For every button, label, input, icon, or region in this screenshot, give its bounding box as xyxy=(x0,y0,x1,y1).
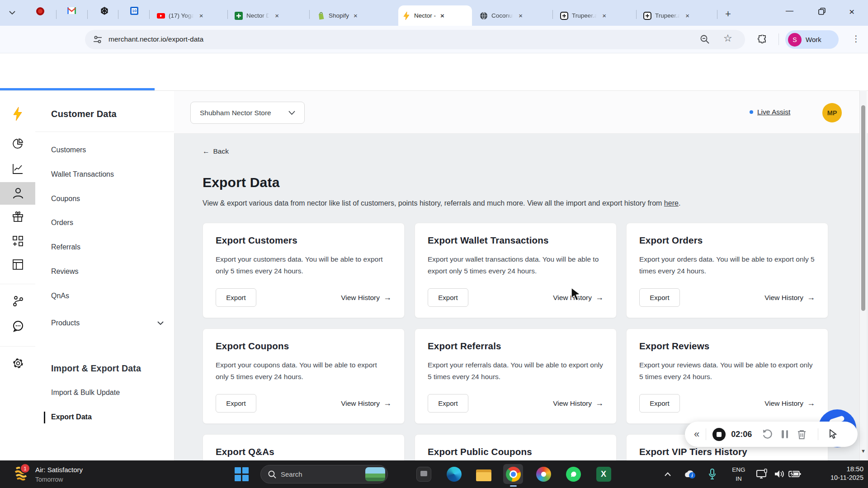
view-history-link[interactable]: View History → xyxy=(341,293,392,302)
export-button[interactable]: Export xyxy=(428,288,468,307)
tab-close-icon[interactable]: × xyxy=(439,12,445,19)
collapse-icon[interactable]: « xyxy=(694,428,699,440)
sheets-icon xyxy=(235,12,243,20)
delete-recording-icon[interactable] xyxy=(797,429,807,440)
pinned-tab-gmail[interactable] xyxy=(67,7,76,14)
tab-trupeer-2[interactable]: Trupeer.a × xyxy=(639,5,722,26)
taskbar-app-file-explorer[interactable] xyxy=(476,466,492,482)
scrollbar-thumb[interactable] xyxy=(861,105,865,311)
cursor-tool-icon[interactable] xyxy=(829,429,838,439)
sidebar-item-customers[interactable]: Customers xyxy=(51,146,86,154)
user-avatar[interactable]: MP xyxy=(822,103,842,122)
taskbar-app-recorder[interactable] xyxy=(415,466,432,482)
start-button[interactable] xyxy=(235,467,249,481)
profile-chip[interactable]: S Work xyxy=(785,30,839,49)
history-link[interactable]: here xyxy=(664,199,679,207)
taskbar-app-whatsapp[interactable] xyxy=(565,466,581,482)
sidebar: Customer Data Customers Wallet Transacti… xyxy=(35,91,175,461)
tab-close-icon[interactable]: × xyxy=(198,12,204,19)
url-text[interactable]: merchant.nector.io/export-data xyxy=(108,35,203,43)
sidebar-item-products[interactable]: Products xyxy=(51,319,80,327)
tab-nector-active[interactable]: Nector - × xyxy=(398,5,472,26)
pause-recording-button[interactable] xyxy=(782,430,788,438)
tab-separator xyxy=(636,10,637,19)
pinned-tab-chatgpt[interactable] xyxy=(100,6,109,15)
back-link[interactable]: ← Back xyxy=(203,147,229,155)
microphone-icon[interactable] xyxy=(704,466,720,482)
live-assist-link[interactable]: Live Assist xyxy=(750,108,790,116)
onedrive-cloud-icon[interactable]: i xyxy=(682,466,698,482)
sidebar-item-referrals[interactable]: Referrals xyxy=(51,243,80,251)
taskbar-app-photos[interactable] xyxy=(535,466,552,482)
export-button[interactable]: Export xyxy=(639,288,680,307)
sidebar-item-orders[interactable]: Orders xyxy=(51,219,73,227)
sidebar-item-reviews[interactable]: Reviews xyxy=(51,267,78,276)
weather-headline[interactable]: Air: Satisfactory xyxy=(35,466,83,474)
pinned-tab-calendar[interactable]: 10 xyxy=(130,7,138,15)
tab-close-icon[interactable]: × xyxy=(601,12,607,19)
window-minimize-button[interactable]: — xyxy=(786,6,793,15)
rewards-gift-icon[interactable] xyxy=(12,211,24,222)
chevron-down-icon[interactable] xyxy=(157,321,164,325)
nector-logo-lightning-icon[interactable] xyxy=(12,107,24,121)
tab-nector-sheet[interactable]: Nector D × xyxy=(231,5,314,26)
new-tab-button[interactable]: + xyxy=(725,8,731,20)
page-scrollbar[interactable]: ▼ xyxy=(859,90,867,460)
search-icon xyxy=(268,470,276,479)
tab-close-icon[interactable]: × xyxy=(518,12,524,19)
tray-chevron-up-icon[interactable] xyxy=(660,466,676,482)
tab-youtube[interactable]: (17) Yoga × xyxy=(153,5,233,26)
pinned-tab-recorder[interactable] xyxy=(36,7,44,15)
sidebar-item-wallet-transactions[interactable]: Wallet Transactions xyxy=(51,170,114,178)
window-close-button[interactable]: × xyxy=(849,6,854,17)
sidebar-item-import-bulk-update[interactable]: Import & Bulk Update xyxy=(51,389,120,397)
tab-close-icon[interactable]: × xyxy=(274,12,280,19)
taskbar-app-chrome[interactable] xyxy=(505,466,521,482)
tab-close-icon[interactable]: × xyxy=(353,12,359,19)
tab-coconut[interactable]: Coconut × xyxy=(476,5,557,26)
tab-close-icon[interactable]: × xyxy=(684,12,690,19)
taskbar-app-excel[interactable]: X xyxy=(595,466,612,482)
site-settings-icon[interactable] xyxy=(93,35,102,44)
card-export-coupons: Export Coupons Export your coupons data.… xyxy=(203,328,405,424)
tab-shopify[interactable]: Shopify × xyxy=(313,5,394,26)
store-selector[interactable]: Shubham Nector Store xyxy=(190,102,305,124)
volume-icon[interactable] xyxy=(771,466,788,482)
taskbar-app-edge[interactable] xyxy=(446,466,462,482)
sidebar-item-export-data[interactable]: Export Data xyxy=(51,413,92,421)
sidebar-item-qnas[interactable]: QnAs xyxy=(51,292,69,300)
weather-subline[interactable]: Tomorrow xyxy=(35,476,63,483)
chat-support-icon[interactable] xyxy=(12,320,24,332)
language-indicator[interactable]: ENG IN xyxy=(730,465,748,483)
export-button[interactable]: Export xyxy=(216,288,256,307)
sidebar-item-coupons[interactable]: Coupons xyxy=(51,195,80,203)
window-restore-button[interactable] xyxy=(818,8,826,15)
integrations-grid-icon[interactable] xyxy=(12,235,24,247)
view-history-link[interactable]: View History → xyxy=(764,399,815,408)
scrollbar-down-icon[interactable]: ▼ xyxy=(861,448,866,454)
view-history-link[interactable]: View History → xyxy=(764,293,815,302)
taskbar-clock[interactable]: 18:50 10-11-2025 xyxy=(830,465,863,481)
stop-recording-button[interactable] xyxy=(712,428,726,441)
taskbar-search[interactable]: Search xyxy=(260,465,388,483)
display-connect-icon[interactable] xyxy=(754,466,770,482)
tab-trupeer-1[interactable]: Trupeer.a × xyxy=(556,5,640,26)
export-button[interactable]: Export xyxy=(428,394,468,413)
browser-menu-icon[interactable]: ⋮ xyxy=(852,33,860,44)
restart-recording-icon[interactable] xyxy=(762,429,773,440)
export-button[interactable]: Export xyxy=(216,394,256,413)
zoom-out-icon[interactable] xyxy=(700,34,710,44)
export-button[interactable]: Export xyxy=(639,394,680,413)
view-history-link[interactable]: View History → xyxy=(341,399,392,408)
pie-chart-icon[interactable] xyxy=(12,138,24,150)
settings-gear-icon[interactable] xyxy=(12,357,24,369)
extensions-icon[interactable] xyxy=(758,35,767,44)
tab-search-chevron-icon[interactable] xyxy=(9,11,15,15)
battery-charging-icon[interactable] xyxy=(787,466,803,482)
customers-person-icon[interactable] xyxy=(12,187,24,199)
pages-layout-icon[interactable] xyxy=(12,259,24,270)
view-history-link[interactable]: View History → xyxy=(553,399,604,408)
line-chart-icon[interactable] xyxy=(12,163,24,174)
git-branch-icon[interactable] xyxy=(12,296,24,307)
bookmark-star-icon[interactable]: ☆ xyxy=(723,33,732,44)
